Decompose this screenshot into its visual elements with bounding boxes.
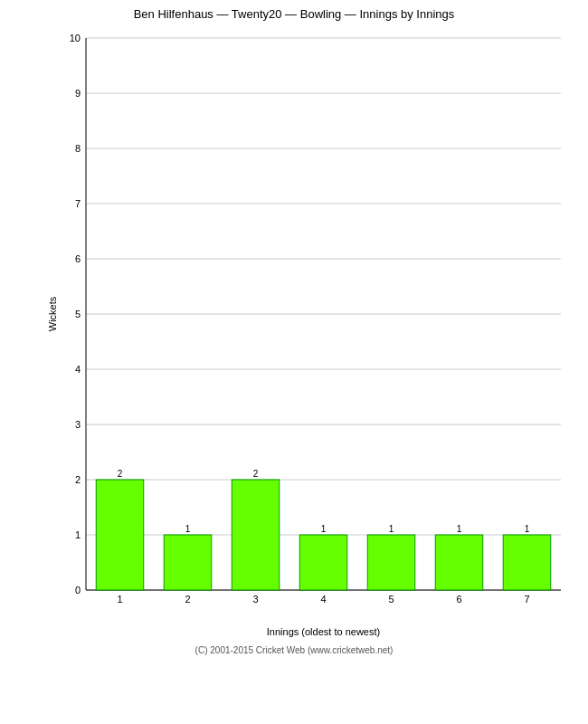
svg-rect-37 — [367, 535, 415, 590]
svg-text:5: 5 — [75, 309, 81, 319]
svg-rect-34 — [299, 535, 347, 590]
svg-text:2: 2 — [118, 469, 123, 479]
svg-text:3: 3 — [75, 419, 81, 430]
svg-text:Innings (oldest to newest): Innings (oldest to newest) — [267, 626, 380, 637]
chart-container: Ben Hilfenhaus — Twenty20 — Bowling — In… — [0, 0, 588, 724]
svg-text:6: 6 — [75, 253, 81, 264]
svg-text:8: 8 — [75, 143, 81, 154]
svg-text:9: 9 — [75, 88, 81, 99]
chart-title: Ben Hilfenhaus — Twenty20 — Bowling — In… — [134, 7, 455, 21]
svg-text:1: 1 — [389, 524, 394, 534]
svg-rect-25 — [96, 480, 144, 590]
svg-text:1: 1 — [525, 524, 530, 534]
svg-text:1: 1 — [75, 529, 81, 540]
chart-area: 012345678910Wickets21122314151617Innings… — [45, 24, 579, 640]
bar-chart-svg: 012345678910Wickets21122314151617Innings… — [45, 24, 579, 640]
svg-text:4: 4 — [320, 594, 326, 605]
svg-rect-28 — [164, 535, 212, 590]
chart-footer: (C) 2001-2015 Cricket Web (www.cricketwe… — [195, 645, 394, 655]
svg-text:2: 2 — [185, 594, 190, 605]
svg-text:7: 7 — [75, 198, 81, 209]
svg-text:1: 1 — [321, 524, 327, 534]
svg-text:1: 1 — [185, 524, 191, 534]
svg-text:2: 2 — [253, 469, 259, 479]
svg-rect-40 — [435, 535, 483, 590]
svg-text:5: 5 — [388, 594, 394, 605]
svg-text:3: 3 — [252, 594, 258, 605]
svg-rect-31 — [232, 480, 280, 590]
svg-text:1: 1 — [117, 594, 122, 605]
svg-text:2: 2 — [75, 474, 81, 485]
svg-text:7: 7 — [524, 594, 529, 605]
svg-text:1: 1 — [457, 524, 462, 534]
svg-text:10: 10 — [70, 33, 81, 43]
svg-text:4: 4 — [75, 364, 81, 375]
svg-text:Wickets: Wickets — [47, 296, 58, 331]
svg-text:0: 0 — [75, 585, 81, 595]
svg-text:6: 6 — [456, 594, 461, 605]
svg-rect-43 — [503, 535, 551, 590]
